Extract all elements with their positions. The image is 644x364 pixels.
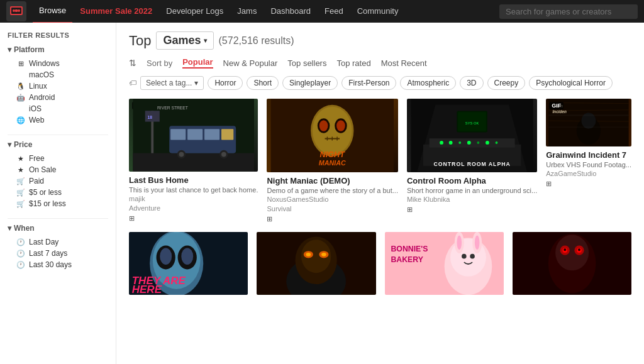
svg-point-2 bbox=[13, 9, 15, 12]
tag-singleplayer[interactable]: Singleplayer bbox=[282, 76, 338, 90]
star-icon: ★ bbox=[16, 154, 25, 163]
svg-point-26 bbox=[337, 120, 346, 131]
sort-top-sellers[interactable]: Top sellers bbox=[287, 58, 326, 68]
filter-15-label: $15 or less bbox=[29, 199, 66, 208]
gif-badge: GIF bbox=[549, 102, 564, 109]
tag-3d[interactable]: 3D bbox=[460, 76, 483, 90]
svg-point-89 bbox=[555, 235, 589, 271]
filter-5-label: $5 or less bbox=[29, 188, 62, 197]
nav-jams[interactable]: Jams bbox=[231, 0, 263, 23]
category-dropdown[interactable]: Games ▾ bbox=[156, 31, 213, 50]
tag-select-placeholder: Select a tag... bbox=[146, 79, 192, 87]
svg-text:NIGHT: NIGHT bbox=[320, 150, 346, 159]
game-desc: Demo of a game where the story of a but.… bbox=[267, 187, 398, 194]
game-card-they-are[interactable]: THEY ARE HERE bbox=[129, 232, 248, 295]
filter-paid[interactable]: 🛒 Paid bbox=[8, 175, 108, 187]
cart-icon: 🛒 bbox=[16, 177, 25, 185]
tag-first-person[interactable]: First-Person bbox=[341, 76, 396, 90]
game-card-last-bus-home[interactable]: GIF 18 bbox=[129, 99, 258, 223]
filter-on-sale[interactable]: ★ On Sale bbox=[8, 164, 108, 175]
filter-paid-label: Paid bbox=[29, 177, 44, 185]
svg-rect-57 bbox=[548, 114, 628, 116]
game-thumbnail bbox=[513, 232, 631, 295]
svg-point-40 bbox=[467, 141, 471, 145]
game-card-dark4[interactable] bbox=[513, 232, 631, 295]
svg-point-38 bbox=[449, 141, 453, 145]
main-content: Top Games ▾ (572,516 results) ⇅ Sort by … bbox=[116, 23, 644, 364]
filter-last-7[interactable]: 🕐 Last 7 days bbox=[8, 248, 108, 259]
nav-dashboard[interactable]: Dashboard bbox=[264, 0, 317, 23]
game-thumbnail: NIGHT MANIAC bbox=[267, 99, 398, 172]
tag-short[interactable]: Short bbox=[247, 76, 279, 90]
chevron-down-icon-when: ▾ bbox=[8, 224, 11, 233]
game-card-night-maniac[interactable]: NIGHT MANIAC Night Maniac (DEMO) Demo of… bbox=[267, 99, 398, 223]
cart-5-icon: 🛒 bbox=[16, 188, 25, 197]
filter-macos[interactable]: macOS bbox=[8, 69, 108, 80]
filter-last-7-label: Last 7 days bbox=[29, 249, 67, 258]
game-thumbnail: GIF Grain Inciden bbox=[546, 99, 631, 146]
filter-last-day[interactable]: 🕐 Last Day bbox=[8, 236, 108, 248]
site-logo[interactable] bbox=[6, 1, 26, 21]
filter-windows[interactable]: ⊞ Windows bbox=[8, 58, 108, 69]
game-card-control-room[interactable]: SYS OK CONTROL ROOM ALPHA Control Room A… bbox=[407, 99, 537, 223]
sort-most-recent[interactable]: Most Recent bbox=[381, 58, 427, 68]
game-thumbnail: SYS OK CONTROL ROOM ALPHA bbox=[407, 99, 537, 172]
sort-bar: ⇅ Sort by Popular New & Popular Top sell… bbox=[129, 57, 631, 69]
sort-new-popular[interactable]: New & Popular bbox=[223, 58, 278, 68]
filter-linux[interactable]: 🐧 Linux bbox=[8, 80, 108, 92]
game-thumbnail bbox=[257, 232, 375, 295]
nav-community[interactable]: Community bbox=[351, 0, 405, 23]
sort-popular[interactable]: Popular bbox=[182, 57, 213, 69]
svg-point-39 bbox=[458, 141, 461, 144]
game-title: Control Room Alpha bbox=[407, 176, 537, 185]
search-input[interactable] bbox=[499, 4, 638, 19]
sale-icon: ★ bbox=[16, 165, 25, 174]
svg-point-81 bbox=[457, 236, 462, 250]
svg-text:HERE: HERE bbox=[132, 284, 162, 295]
windows-platform-icon: ⊞ bbox=[407, 206, 413, 214]
tag-psychological-horror[interactable]: Psychological Horror bbox=[529, 76, 613, 90]
nav-developer-logs[interactable]: Developer Logs bbox=[160, 0, 230, 23]
filter-web-label: Web bbox=[29, 116, 44, 124]
game-card-bonnies-bakery[interactable]: BONNIE'S BAKERY bbox=[385, 232, 504, 295]
svg-rect-6 bbox=[133, 153, 254, 172]
game-card-dark-creature[interactable] bbox=[257, 232, 375, 295]
nav-feed[interactable]: Feed bbox=[318, 0, 350, 23]
filter-price-header[interactable]: ▾ Price bbox=[8, 140, 108, 149]
sort-label: Sort by bbox=[147, 58, 172, 68]
tag-horror[interactable]: Horror bbox=[208, 76, 243, 90]
game-author: NoxusGamesStudio bbox=[267, 196, 398, 203]
tag-select-dropdown[interactable]: Select a tag... ▾ bbox=[140, 76, 204, 90]
nav-summer-sale[interactable]: Summer Sale 2022 bbox=[74, 0, 158, 23]
tag-icon: 🏷 bbox=[129, 79, 136, 87]
filter-last-30[interactable]: 🕐 Last 30 days bbox=[8, 259, 108, 270]
sidebar-title: FILTER RESULTS bbox=[8, 31, 108, 39]
filter-web[interactable]: 🌐 Web bbox=[8, 114, 108, 126]
game-author: majik bbox=[129, 195, 258, 202]
svg-point-18 bbox=[221, 152, 226, 157]
svg-point-42 bbox=[486, 141, 489, 145]
svg-point-65 bbox=[181, 248, 193, 265]
filter-5-or-less[interactable]: 🛒 $5 or less bbox=[8, 187, 108, 198]
svg-point-37 bbox=[440, 141, 443, 145]
sort-top-rated[interactable]: Top rated bbox=[336, 58, 370, 68]
nav-browse[interactable]: Browse bbox=[33, 0, 72, 23]
svg-point-16 bbox=[179, 152, 184, 157]
tag-creepy[interactable]: Creepy bbox=[487, 76, 526, 90]
filter-on-sale-label: On Sale bbox=[29, 165, 56, 174]
filter-platform-header[interactable]: ▾ Platform bbox=[8, 45, 108, 54]
filter-android[interactable]: 🤖 Android bbox=[8, 92, 108, 103]
filter-free[interactable]: ★ Free bbox=[8, 153, 108, 164]
svg-point-41 bbox=[477, 141, 479, 144]
filter-android-label: Android bbox=[29, 93, 55, 102]
filter-when-header[interactable]: ▾ When bbox=[8, 224, 108, 233]
svg-text:18: 18 bbox=[148, 115, 153, 119]
svg-rect-14 bbox=[221, 129, 233, 140]
svg-point-3 bbox=[18, 9, 20, 12]
tag-atmospheric[interactable]: Atmospheric bbox=[400, 76, 456, 90]
filter-ios[interactable]: iOS bbox=[8, 103, 108, 114]
windows-platform-icon: ⊞ bbox=[267, 215, 272, 223]
filter-15-or-less[interactable]: 🛒 $15 or less bbox=[8, 198, 108, 209]
game-card-grainwind[interactable]: GIF Grain Inciden bbox=[546, 99, 631, 223]
windows-platform-icon: ⊞ bbox=[546, 180, 552, 188]
